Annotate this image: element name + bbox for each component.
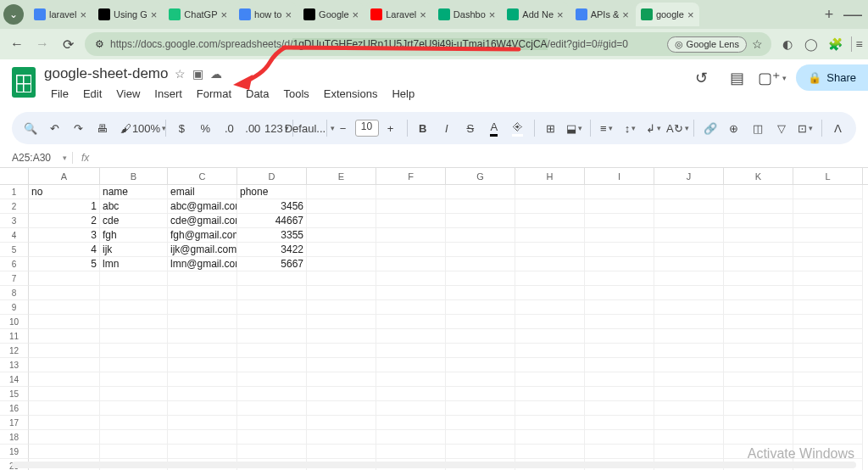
browser-tab[interactable]: how to× <box>234 3 297 26</box>
cell[interactable] <box>168 358 237 372</box>
row-header[interactable]: 9 <box>0 300 29 315</box>
decrease-decimal-button[interactable]: .0 <box>219 117 239 139</box>
browser-tab[interactable]: Using G× <box>93 3 162 26</box>
cell[interactable] <box>793 387 863 401</box>
cell[interactable] <box>793 401 863 416</box>
row-header[interactable]: 7 <box>0 271 29 286</box>
column-header[interactable]: F <box>376 168 446 184</box>
cell[interactable] <box>724 315 793 329</box>
cell[interactable] <box>376 243 446 257</box>
row-header[interactable]: 12 <box>0 344 29 358</box>
cell[interactable] <box>307 387 376 401</box>
text-rotation-button[interactable]: A↻ <box>667 117 687 139</box>
cell[interactable] <box>793 199 863 214</box>
cell[interactable] <box>793 271 863 286</box>
cell[interactable] <box>237 416 307 430</box>
cell[interactable] <box>793 286 863 300</box>
row-header[interactable]: 2 <box>0 199 29 214</box>
cell[interactable] <box>307 185 376 199</box>
cell[interactable] <box>585 416 654 430</box>
cell[interactable] <box>724 228 793 243</box>
cell[interactable] <box>654 358 724 372</box>
cell[interactable] <box>376 257 446 271</box>
document-title[interactable]: google-sheet-demo <box>44 65 168 82</box>
cell[interactable] <box>237 401 307 416</box>
close-tab-icon[interactable]: × <box>687 8 694 21</box>
cell[interactable] <box>585 430 654 445</box>
row-header[interactable]: 17 <box>0 416 29 430</box>
row-header[interactable]: 15 <box>0 387 29 401</box>
cell[interactable] <box>237 387 307 401</box>
cell[interactable] <box>654 286 724 300</box>
cell[interactable] <box>376 416 446 430</box>
more-menu-icon[interactable]: ≡ <box>851 36 860 52</box>
cell[interactable]: ijk@gmail.com <box>168 243 237 257</box>
cell[interactable]: no <box>29 185 100 199</box>
row-header[interactable]: 11 <box>0 329 29 344</box>
column-header[interactable]: I <box>585 168 654 184</box>
cell[interactable]: cde@gmail.com <box>168 214 237 228</box>
cell[interactable] <box>237 300 307 315</box>
browser-tab[interactable]: Add Ne× <box>502 3 568 26</box>
cell[interactable] <box>307 228 376 243</box>
cell[interactable] <box>307 271 376 286</box>
cell[interactable] <box>654 199 724 214</box>
cell[interactable]: 4 <box>29 243 100 257</box>
cell[interactable] <box>307 344 376 358</box>
horizontal-scrollbar[interactable] <box>12 462 856 468</box>
back-button[interactable]: ← <box>8 36 25 52</box>
cell[interactable] <box>376 445 446 459</box>
toolbar-expand-button[interactable]: ᐱ <box>827 117 848 139</box>
cell[interactable] <box>100 445 168 459</box>
column-header[interactable]: K <box>724 168 793 184</box>
cell[interactable] <box>793 329 863 344</box>
cell[interactable] <box>515 416 585 430</box>
menu-data[interactable]: Data <box>239 85 275 103</box>
cell[interactable] <box>307 214 376 228</box>
cell[interactable] <box>168 286 237 300</box>
cell[interactable] <box>168 271 237 286</box>
close-tab-icon[interactable]: × <box>557 8 564 21</box>
cell[interactable] <box>168 300 237 315</box>
cell[interactable] <box>654 315 724 329</box>
cell[interactable]: 1 <box>29 199 100 214</box>
cell[interactable] <box>446 329 515 344</box>
cell[interactable] <box>307 445 376 459</box>
cell[interactable] <box>446 445 515 459</box>
cell[interactable] <box>654 372 724 387</box>
filter-views-button[interactable]: ⊡ <box>795 117 815 139</box>
menu-insert[interactable]: Insert <box>147 85 189 103</box>
share-button[interactable]: 🔒Share <box>796 64 868 91</box>
column-header[interactable]: D <box>237 168 307 184</box>
column-header[interactable]: L <box>793 168 863 184</box>
close-tab-icon[interactable]: × <box>420 8 426 21</box>
column-header[interactable]: A <box>29 168 100 184</box>
row-header[interactable]: 1 <box>0 185 29 199</box>
decrease-font-button[interactable]: − <box>333 117 353 139</box>
bookmark-star-icon[interactable]: ☆ <box>752 37 763 51</box>
row-header[interactable]: 3 <box>0 214 29 228</box>
cell[interactable] <box>307 358 376 372</box>
cell[interactable] <box>654 214 724 228</box>
cell[interactable] <box>376 329 446 344</box>
cell[interactable] <box>724 185 793 199</box>
browser-tab[interactable]: Dashbo× <box>433 3 501 26</box>
cell[interactable] <box>29 430 100 445</box>
cell[interactable] <box>446 243 515 257</box>
cell[interactable] <box>168 344 237 358</box>
cell[interactable] <box>793 257 863 271</box>
cell[interactable] <box>515 358 585 372</box>
cell[interactable] <box>724 344 793 358</box>
text-wrap-button[interactable]: ↲ <box>643 117 664 139</box>
cell[interactable] <box>724 372 793 387</box>
cell[interactable]: email <box>168 185 237 199</box>
browser-tab[interactable]: ChatGP× <box>164 3 232 26</box>
borders-button[interactable]: ⊞ <box>540 117 560 139</box>
percent-button[interactable]: % <box>195 117 215 139</box>
cell[interactable] <box>29 300 100 315</box>
cell[interactable] <box>585 257 654 271</box>
cell[interactable]: phone <box>237 185 307 199</box>
cell[interactable] <box>446 214 515 228</box>
cell[interactable] <box>237 315 307 329</box>
cell[interactable] <box>29 286 100 300</box>
